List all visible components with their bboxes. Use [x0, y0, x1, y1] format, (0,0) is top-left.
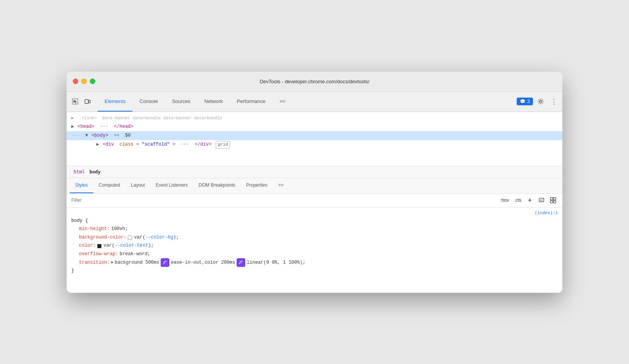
tab-sources[interactable]: Sources — [165, 92, 198, 112]
color-swatch-text[interactable] — [97, 244, 101, 248]
breadcrumb-body[interactable]: body — [87, 168, 103, 175]
dom-line-body[interactable]: ··· ▼ <body> == $0 — [67, 131, 562, 140]
css-prop-transition: transition: ▶ background 500ms ease-in-o… — [71, 258, 558, 267]
toggle-computed-button[interactable] — [548, 196, 558, 205]
breadcrumb-bar: html body — [67, 166, 562, 178]
filter-input[interactable] — [71, 197, 495, 203]
tab-console[interactable]: Console — [132, 92, 165, 112]
device-mode-button[interactable] — [82, 96, 93, 107]
more-options-button[interactable]: ⋮ — [548, 96, 559, 107]
css-selector-line: body { — [71, 217, 558, 225]
add-style-button[interactable]: + — [525, 196, 534, 205]
inspect-element-button[interactable] — [70, 96, 81, 107]
tab-elements[interactable]: Elements — [98, 92, 132, 112]
devtools-panel: Elements Console Sources Network Perform… — [67, 92, 562, 293]
traffic-lights — [73, 79, 95, 84]
main-tab-bar: Elements Console Sources Network Perform… — [98, 92, 292, 112]
svg-rect-7 — [550, 201, 553, 203]
svg-rect-5 — [550, 197, 553, 200]
hov-button[interactable]: :hov — [498, 197, 510, 204]
minimize-button[interactable] — [81, 79, 87, 84]
breadcrumb-html[interactable]: html — [71, 168, 87, 175]
transition-expand-arrow[interactable]: ▶ — [111, 259, 113, 266]
svg-point-3 — [540, 101, 542, 103]
svg-rect-6 — [553, 197, 556, 200]
color-swatch-bg[interactable] — [128, 235, 132, 240]
tab-properties[interactable]: Properties — [241, 178, 273, 193]
title-bar: DevTools - developer.chrome.com/docs/dev… — [67, 72, 562, 92]
filter-actions: :hov .cls + — [498, 196, 558, 205]
lower-tabs: Styles Computed Layout Event Listeners D… — [67, 178, 562, 194]
css-panel: (index):1 body { min-height: 100vh; back… — [67, 208, 562, 293]
svg-rect-2 — [89, 100, 90, 103]
tab-network[interactable]: Network — [198, 92, 230, 112]
tab-more-lower[interactable]: >> — [273, 178, 289, 193]
top-toolbar: Elements Console Sources Network Perform… — [67, 92, 562, 112]
css-prop-color: color: var(--color-text); — [71, 242, 558, 250]
css-close-brace-line: } — [71, 267, 558, 275]
css-source-link[interactable]: (index):1 — [71, 211, 558, 215]
toolbar-right: 💬 3 ⋮ — [517, 96, 559, 107]
dom-line-blurred: ▶ <link> data-banner data=bundle data=ba… — [67, 114, 562, 123]
tab-computed[interactable]: Computed — [93, 178, 125, 193]
tab-event-listeners[interactable]: Event Listeners — [150, 178, 193, 193]
tab-styles[interactable]: Styles — [70, 178, 93, 193]
tab-layout[interactable]: Layout — [125, 178, 150, 193]
maximize-button[interactable] — [90, 79, 95, 84]
easing-highlight-1[interactable] — [161, 258, 169, 267]
settings-button[interactable] — [535, 96, 546, 107]
window-title: DevTools - developer.chrome.com/docs/dev… — [260, 79, 369, 84]
dom-panel: ▶ <link> data-banner data=bundle data=ba… — [67, 112, 562, 166]
easing-highlight-2[interactable] — [237, 258, 245, 267]
svg-rect-1 — [85, 100, 88, 103]
force-element-state-button[interactable] — [537, 196, 546, 205]
cls-button[interactable]: .cls — [513, 197, 523, 204]
grid-badge[interactable]: grid — [216, 141, 230, 149]
dom-line-div[interactable]: ▶ <div class = "scaffold" > ··· </div> g… — [67, 140, 562, 149]
toolbar-icons — [70, 96, 93, 107]
css-prop-overflow-wrap: overflow-wrap: break-word; — [71, 250, 558, 259]
tab-dom-breakpoints[interactable]: DOM Breakpoints — [193, 178, 241, 193]
close-button[interactable] — [73, 79, 78, 84]
svg-rect-9 — [163, 260, 167, 265]
css-prop-background-color: background-color: var(--color-bg); — [71, 234, 558, 242]
svg-rect-8 — [553, 201, 556, 203]
tab-performance[interactable]: Performance — [230, 92, 272, 112]
dom-line-head[interactable]: ▶ <head> ··· </head> — [67, 122, 562, 131]
devtools-window: DevTools - developer.chrome.com/docs/dev… — [67, 72, 562, 293]
tab-more[interactable]: >> — [273, 92, 292, 112]
messages-badge[interactable]: 💬 3 — [517, 98, 533, 105]
filter-bar: :hov .cls + — [67, 194, 562, 208]
css-prop-min-height: min-height: 100vh; — [71, 225, 558, 234]
